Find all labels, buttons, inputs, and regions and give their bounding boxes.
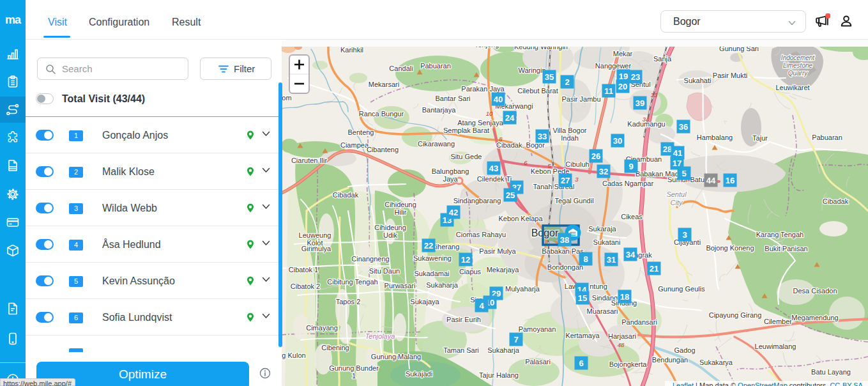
svg-text:Ciampea: Ciampea bbox=[340, 141, 369, 149]
svg-text:Ciapus: Ciapus bbox=[459, 268, 482, 275]
svg-text:44: 44 bbox=[706, 176, 716, 185]
svg-text:Pasir Jambu: Pasir Jambu bbox=[561, 95, 600, 103]
svg-text:5: 5 bbox=[547, 162, 551, 169]
svg-text:Quarry: Quarry bbox=[788, 70, 809, 77]
svg-text:Palasari: Palasari bbox=[525, 358, 551, 366]
svg-text:20: 20 bbox=[618, 82, 627, 91]
svg-text:4: 4 bbox=[479, 301, 484, 311]
svg-text:Cilebut Barat: Cilebut Barat bbox=[517, 87, 558, 95]
svg-text:Sukatani: Sukatani bbox=[593, 238, 621, 246]
svg-text:36: 36 bbox=[679, 122, 688, 132]
svg-text:Tapos 2: Tapos 2 bbox=[336, 298, 361, 305]
svg-text:3: 3 bbox=[575, 176, 579, 183]
svg-text:Mulyaharja: Mulyaharja bbox=[505, 285, 540, 293]
svg-text:Gunung Malang: Gunung Malang bbox=[371, 353, 421, 360]
svg-text:Karihkil: Karihkil bbox=[340, 46, 363, 54]
svg-text:Semplak Barat: Semplak Barat bbox=[443, 127, 489, 134]
svg-text:Bondongan: Bondongan bbox=[547, 263, 583, 271]
svg-text:48: 48 bbox=[618, 341, 625, 348]
svg-text:Sukakarya: Sukakarya bbox=[699, 359, 733, 366]
svg-text:Sentul: Sentul bbox=[666, 190, 687, 198]
svg-text:Bojongkerta: Bojongkerta bbox=[609, 360, 648, 368]
svg-text:Villa Bogor: Villa Bogor bbox=[553, 127, 587, 134]
svg-text:35: 35 bbox=[545, 72, 554, 82]
svg-text:Candali: Candali bbox=[389, 65, 413, 72]
svg-text:Leaflet | Map data © OpenStree: Leaflet | Map data © OpenStreetMap contr… bbox=[673, 382, 864, 386]
svg-text:Hambalang: Hambalang bbox=[697, 134, 733, 141]
svg-text:10: 10 bbox=[486, 110, 493, 117]
svg-text:Sukaraja: Sukaraja bbox=[588, 225, 616, 233]
svg-text:Cibening: Cibening bbox=[321, 344, 349, 351]
svg-text:Bantar Sari: Bantar Sari bbox=[435, 95, 470, 102]
svg-text:Bantarjaya: Bantarjaya bbox=[422, 106, 456, 114]
svg-text:26: 26 bbox=[591, 151, 600, 161]
svg-text:16: 16 bbox=[726, 176, 735, 185]
svg-text:Pabuaran: Pabuaran bbox=[420, 62, 451, 70]
svg-text:Sukadamai: Sukadamai bbox=[414, 270, 449, 277]
svg-text:Babakan Pas: Babakan Pas bbox=[542, 247, 584, 255]
svg-text:Purwasari: Purwasari bbox=[385, 282, 416, 290]
svg-text:Balungbang: Balungbang bbox=[432, 167, 469, 175]
svg-text:Mekarsari: Mekarsari bbox=[369, 81, 399, 88]
svg-text:Sukajadi: Sukajadi bbox=[406, 370, 432, 378]
svg-text:23: 23 bbox=[631, 72, 640, 82]
svg-text:Megamendung: Megamendung bbox=[791, 314, 838, 321]
svg-text:27: 27 bbox=[561, 176, 570, 185]
svg-text:Situ Daun: Situ Daun bbox=[369, 267, 400, 275]
svg-text:5: 5 bbox=[681, 169, 686, 178]
svg-text:Tajur Halang: Tajur Halang bbox=[479, 371, 519, 379]
svg-text:Cibatok 1: Cibatok 1 bbox=[289, 266, 318, 274]
svg-text:City: City bbox=[671, 199, 683, 206]
svg-text:Cihideung: Cihideung bbox=[385, 201, 416, 208]
svg-text:Sukaharja: Sukaharja bbox=[426, 281, 458, 289]
svg-text:Nanggewer: Nanggewer bbox=[595, 62, 632, 70]
svg-text:Kebon Kelapa: Kebon Kelapa bbox=[498, 215, 543, 222]
svg-text:11: 11 bbox=[604, 86, 613, 96]
svg-text:Taman Sari: Taman Sari bbox=[443, 346, 479, 354]
svg-text:Harjasari: Harjasari bbox=[608, 332, 636, 340]
svg-text:Indocement: Indocement bbox=[781, 54, 815, 61]
svg-text:Sukaharja: Sukaharja bbox=[487, 346, 519, 354]
svg-text:Bendungan: Bendungan bbox=[652, 356, 688, 364]
svg-text:30: 30 bbox=[613, 136, 622, 146]
svg-text:7: 7 bbox=[514, 335, 518, 344]
svg-text:24: 24 bbox=[505, 113, 515, 123]
svg-text:32: 32 bbox=[599, 167, 608, 176]
svg-text:21: 21 bbox=[650, 264, 659, 274]
svg-text:18: 18 bbox=[620, 292, 629, 302]
svg-text:Jaya: Jaya bbox=[443, 175, 458, 183]
svg-text:43: 43 bbox=[489, 164, 498, 173]
svg-text:Leuweung: Leuweung bbox=[299, 231, 331, 239]
svg-text:40: 40 bbox=[494, 95, 503, 104]
svg-text:Cibanteng: Cibanteng bbox=[367, 146, 399, 153]
svg-text:Muarasari: Muarasari bbox=[587, 307, 618, 315]
svg-text:Gadog: Gadog bbox=[674, 346, 695, 354]
svg-text:Pasir Eurih: Pasir Eurih bbox=[446, 316, 481, 323]
svg-text:Cipayung Girang: Cipayung Girang bbox=[709, 311, 762, 319]
svg-text:33: 33 bbox=[538, 132, 547, 141]
svg-text:12: 12 bbox=[461, 255, 470, 265]
svg-text:Parakan Jaya: Parakan Jaya bbox=[461, 85, 505, 93]
svg-text:Desa Cisadon: Desa Cisadon bbox=[793, 287, 837, 295]
svg-text:Mekar: Mekar bbox=[613, 50, 633, 58]
svg-text:6: 6 bbox=[579, 359, 583, 368]
svg-text:Pabuaran: Pabuaran bbox=[812, 134, 842, 141]
svg-text:Cibatok 2: Cibatok 2 bbox=[291, 282, 320, 290]
svg-text:Gunung Geulis: Gunung Geulis bbox=[658, 285, 705, 293]
svg-text:ntung: ntung bbox=[590, 282, 607, 290]
svg-text:Pamoyanan: Pamoyanan bbox=[519, 325, 556, 333]
svg-text:Bukit Panisan: Bukit Panisan bbox=[765, 245, 807, 252]
svg-text:Pandansari: Pandansari bbox=[621, 318, 657, 326]
svg-text:Batu Layang: Batu Layang bbox=[811, 368, 851, 376]
svg-text:Pasir Mukti: Pasir Mukti bbox=[713, 72, 747, 79]
svg-text:g Kulon: g Kulon bbox=[282, 351, 305, 359]
svg-text:Sindangbarang: Sindangbarang bbox=[453, 197, 501, 205]
svg-text:Sukajaya: Sukajaya bbox=[410, 298, 439, 305]
svg-text:Kertamaya: Kertamaya bbox=[565, 332, 600, 339]
svg-text:Leuwimalang: Leuwimalang bbox=[755, 343, 796, 350]
svg-text:Tenjolaya: Tenjolaya bbox=[365, 332, 395, 340]
svg-text:Leuwikaret: Leuwikaret bbox=[775, 84, 809, 91]
svg-text:2: 2 bbox=[565, 77, 569, 87]
svg-text:3: 3 bbox=[682, 230, 687, 240]
svg-text:Cihideung: Cihideung bbox=[374, 224, 406, 231]
